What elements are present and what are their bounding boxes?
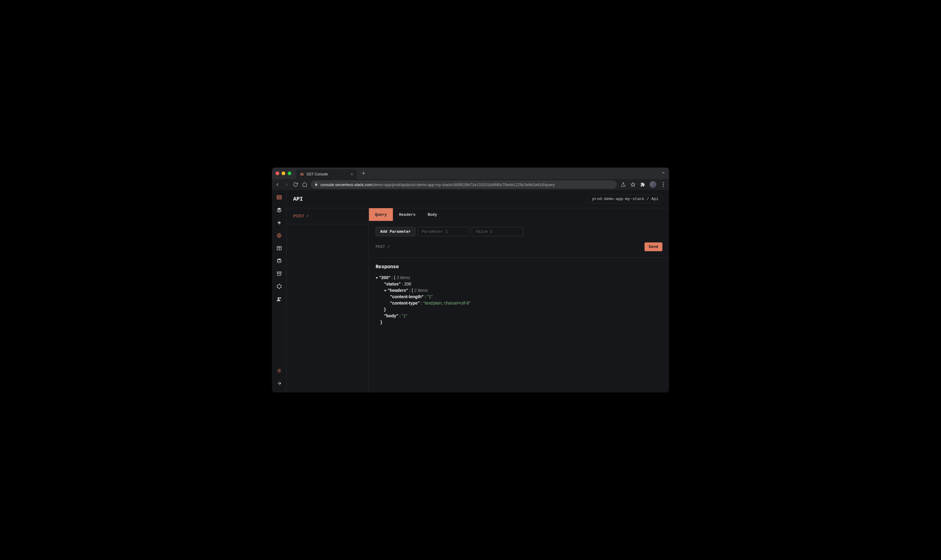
tab-title: SST Console bbox=[306, 172, 328, 176]
send-row: POST / Send bbox=[369, 242, 669, 258]
svg-point-22 bbox=[279, 284, 279, 285]
forward-icon[interactable] bbox=[284, 182, 289, 187]
url-text: console.serverless-stack.com/demo-app/pr… bbox=[320, 182, 555, 187]
svg-line-38 bbox=[280, 369, 281, 369]
route-path: / bbox=[307, 214, 308, 218]
tab-query[interactable]: Query bbox=[369, 208, 393, 221]
collapse-arrow-icon[interactable] bbox=[376, 277, 378, 279]
response-title: Response bbox=[376, 264, 662, 270]
share-icon[interactable] bbox=[621, 182, 626, 187]
svg-point-24 bbox=[280, 287, 281, 288]
svg-marker-21 bbox=[277, 284, 281, 288]
addr-actions bbox=[621, 181, 666, 188]
minimize-window-icon[interactable] bbox=[282, 172, 285, 175]
svg-rect-19 bbox=[277, 273, 281, 275]
svg-point-28 bbox=[277, 297, 279, 299]
svg-point-17 bbox=[277, 259, 281, 260]
add-parameter-button[interactable]: Add Parameter bbox=[376, 227, 415, 236]
url-field[interactable]: console.serverless-stack.com/demo-app/pr… bbox=[311, 180, 617, 189]
stacks-icon[interactable] bbox=[276, 207, 282, 213]
profile-avatar[interactable] bbox=[650, 181, 656, 188]
svg-point-6 bbox=[663, 184, 664, 185]
svg-line-33 bbox=[277, 369, 278, 369]
close-window-icon[interactable] bbox=[276, 172, 279, 175]
new-tab-button[interactable]: + bbox=[360, 170, 367, 177]
home-icon[interactable] bbox=[302, 182, 307, 187]
param-value-input[interactable] bbox=[472, 227, 523, 236]
svg-line-37 bbox=[277, 372, 278, 372]
tab-favicon-icon bbox=[300, 172, 304, 176]
route-method: POST bbox=[293, 214, 304, 218]
param-name-input[interactable] bbox=[418, 227, 469, 236]
svg-rect-2 bbox=[315, 184, 317, 185]
browser-window: SST Console × + console.serverless-stack… bbox=[272, 168, 669, 392]
table-icon[interactable] bbox=[276, 245, 282, 251]
collapse-icon[interactable] bbox=[276, 380, 282, 386]
svg-rect-0 bbox=[300, 173, 303, 174]
svg-marker-11 bbox=[277, 221, 281, 225]
theme-icon[interactable] bbox=[276, 368, 282, 374]
request-panel: Query Headers Body Add Parameter POST / … bbox=[369, 208, 669, 392]
response-json: "200" : { 3 items "status" : 200 "header… bbox=[376, 275, 662, 325]
body-area: POST / Query Headers Body Add Parameter bbox=[286, 208, 669, 392]
svg-marker-4 bbox=[631, 182, 635, 186]
app-content: API prod-demo-app-my-stack / Api POST / … bbox=[272, 190, 669, 392]
response-area: Response "200" : { 3 items "status" : 20… bbox=[369, 258, 669, 332]
nav-icons bbox=[275, 182, 307, 187]
main-content: API prod-demo-app-my-stack / Api POST / … bbox=[286, 190, 669, 392]
api-icon[interactable] bbox=[276, 232, 282, 238]
bookmark-icon[interactable] bbox=[630, 182, 636, 187]
logo-icon[interactable] bbox=[276, 194, 282, 200]
svg-point-5 bbox=[663, 182, 664, 183]
svg-point-26 bbox=[277, 287, 277, 288]
svg-rect-1 bbox=[300, 175, 303, 175]
database-icon[interactable] bbox=[276, 258, 282, 264]
svg-point-30 bbox=[278, 370, 280, 372]
back-icon[interactable] bbox=[275, 182, 280, 187]
functions-icon[interactable] bbox=[276, 220, 282, 226]
tab-body[interactable]: Body bbox=[422, 208, 443, 221]
reload-icon[interactable] bbox=[293, 182, 298, 187]
svg-marker-10 bbox=[277, 208, 281, 210]
traffic-lights bbox=[276, 172, 291, 175]
window-menu-icon[interactable] bbox=[661, 171, 665, 176]
sidebar bbox=[272, 190, 286, 392]
svg-line-34 bbox=[280, 372, 281, 372]
svg-point-29 bbox=[280, 297, 281, 299]
svg-rect-9 bbox=[277, 198, 281, 199]
routes-panel: POST / bbox=[286, 208, 369, 392]
page-title: API bbox=[293, 196, 303, 202]
page-header: API prod-demo-app-my-stack / Api bbox=[286, 190, 669, 208]
archive-icon[interactable] bbox=[276, 271, 282, 277]
svg-point-7 bbox=[663, 186, 664, 187]
lock-icon bbox=[314, 182, 318, 187]
collapse-arrow-icon[interactable] bbox=[384, 290, 387, 292]
graphql-icon[interactable] bbox=[276, 283, 282, 289]
browser-tabs: SST Console × + bbox=[296, 168, 367, 179]
tab-headers[interactable]: Headers bbox=[393, 208, 422, 221]
request-tabs: Query Headers Body bbox=[369, 208, 669, 221]
menu-icon[interactable] bbox=[661, 182, 666, 187]
extensions-icon[interactable] bbox=[640, 182, 645, 187]
route-item[interactable]: POST / bbox=[286, 208, 369, 224]
browser-tab[interactable]: SST Console × bbox=[296, 169, 357, 179]
svg-rect-8 bbox=[277, 195, 281, 197]
svg-point-25 bbox=[279, 288, 279, 289]
request-method-path: POST / bbox=[376, 245, 390, 249]
tab-close-icon[interactable]: × bbox=[351, 172, 353, 177]
breadcrumb[interactable]: prod-demo-app-my-stack / Api bbox=[588, 195, 662, 203]
maximize-window-icon[interactable] bbox=[288, 172, 291, 175]
params-row: Add Parameter bbox=[369, 221, 669, 242]
send-button[interactable]: Send bbox=[645, 242, 662, 251]
address-bar: console.serverless-stack.com/demo-app/pr… bbox=[272, 179, 669, 190]
users-icon[interactable] bbox=[276, 296, 282, 302]
svg-point-23 bbox=[280, 285, 281, 286]
titlebar: SST Console × + bbox=[272, 168, 669, 179]
svg-point-27 bbox=[277, 285, 277, 286]
